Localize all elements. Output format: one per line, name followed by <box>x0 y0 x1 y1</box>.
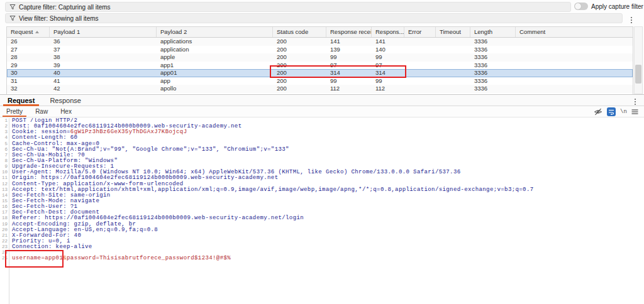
line-number: 12 <box>0 182 9 187</box>
table-row[interactable]: 3242apollo2001121123336 <box>7 85 633 93</box>
column-header-respons[interactable]: Respons... <box>372 27 404 37</box>
cell-response_received: 314 <box>326 69 372 77</box>
capture-filter-bar[interactable]: Capture filter: Capturing all items <box>5 2 571 12</box>
column-header-request[interactable]: Request <box>7 27 50 37</box>
apply-capture-filter-toggle[interactable] <box>574 3 588 10</box>
line-number: 13 <box>0 187 9 193</box>
column-header-comment[interactable]: Comment <box>516 27 633 37</box>
line-number: 6 <box>0 147 9 153</box>
table-row[interactable]: 2636applications2001411413336 <box>7 38 633 46</box>
cell-response_received: 112 <box>326 85 372 93</box>
cell-timeout <box>436 46 470 54</box>
request-line: 15Sec-Fetch-Mode: navigate <box>0 198 644 204</box>
table-vertical-scrollbar[interactable] <box>634 26 643 94</box>
line-number: 4 <box>0 135 9 141</box>
word-wrap-icon[interactable] <box>607 107 616 116</box>
cell-response_received: 99 <box>326 77 372 85</box>
request-line: 25username=app01&password=Thisisabrutfor… <box>0 256 644 261</box>
table-row[interactable]: 2838apple20099993336 <box>7 53 633 62</box>
line-number: 5 <box>0 141 9 147</box>
column-header-response-received[interactable]: Response received <box>326 27 372 37</box>
tab-request[interactable]: Request <box>0 95 42 106</box>
cell-response_completed: 99 <box>372 77 404 85</box>
cell-response_completed: 140 <box>372 46 404 54</box>
column-header-error[interactable]: Error <box>404 27 436 37</box>
cell-payload1: 36 <box>50 38 157 46</box>
cell-error <box>404 77 436 85</box>
newline-glyphs-icon[interactable]: \n <box>620 109 627 115</box>
eye-slash-icon[interactable] <box>594 108 602 116</box>
cell-response_received: 97 <box>326 62 372 70</box>
cell-response_completed: 314 <box>372 69 404 77</box>
line-number: 19 <box>0 222 9 227</box>
cell-request: 29 <box>7 62 50 70</box>
intruder-results-window: Capture filter: Capturing all items Appl… <box>0 0 644 304</box>
tab-hex-label: Hex <box>60 108 72 115</box>
capture-filter-label: Capture filter: Capturing all items <box>19 4 111 11</box>
cell-request: 26 <box>7 38 50 46</box>
cell-error <box>404 38 436 46</box>
line-number: 8 <box>0 158 9 164</box>
line-number: 7 <box>0 153 9 158</box>
line-number: 10 <box>0 170 9 175</box>
cell-payload1: 37 <box>50 46 157 54</box>
tab-hex[interactable]: Hex <box>54 106 78 117</box>
table-row[interactable]: 2737application2001391403336 <box>7 46 633 54</box>
apply-capture-filter-toggle-group: Apply capture filter <box>574 3 643 10</box>
cell-error <box>404 69 436 77</box>
view-filter-bar[interactable]: View filter: Showing all items <box>5 13 623 23</box>
hamburger-menu-icon[interactable] <box>631 109 638 115</box>
request-line: 3Cookie: session=6gW1Pz3hBz6GeX35yThDGAx… <box>0 129 644 135</box>
cell-response_completed: 112 <box>372 85 404 93</box>
tab-pretty[interactable]: Pretty <box>0 106 29 117</box>
table-row[interactable]: 2939app120097973336 <box>7 62 633 70</box>
cell-response_completed: 99 <box>372 53 404 62</box>
cell-payload1: 38 <box>50 53 157 62</box>
column-header-payload-1[interactable]: Payload 1 <box>50 27 157 37</box>
cell-status_code: 200 <box>273 85 326 93</box>
view-filter-label: View filter: Showing all items <box>19 15 99 22</box>
funnel-icon <box>9 15 16 21</box>
column-header-length[interactable]: Length <box>470 27 516 37</box>
cell-comment <box>516 62 633 70</box>
cell-timeout <box>436 77 470 85</box>
table-row[interactable]: 3141app20099993336 <box>7 77 633 85</box>
cell-timeout <box>436 85 470 93</box>
tab-request-label: Request <box>8 97 35 104</box>
cell-error <box>404 85 436 93</box>
request-line: 22Priority: u=0, i <box>0 239 644 244</box>
view-mode-tab-bar: Pretty Raw Hex <box>0 106 644 117</box>
line-number: 15 <box>0 198 9 204</box>
tab-raw-label: Raw <box>35 108 48 115</box>
line-number: 20 <box>0 227 9 233</box>
attack-results-table: RequestPayload 1Payload 2Status codeResp… <box>6 26 633 94</box>
cell-response_received: 99 <box>326 53 372 62</box>
column-header-status-code[interactable]: Status code <box>273 27 326 37</box>
request-editor-lines: 1POST /login HTTP/22Host: 0af1004604e2fe… <box>0 118 644 262</box>
cell-comment <box>516 38 633 46</box>
column-header-timeout[interactable]: Timeout <box>436 27 470 37</box>
detail-tab-bar: Request Response <box>0 94 644 106</box>
cell-request: 31 <box>7 77 50 85</box>
line-number: 23 <box>0 244 9 250</box>
tab-raw[interactable]: Raw <box>29 106 54 117</box>
cell-status_code: 200 <box>273 77 326 85</box>
cell-status_code: 200 <box>273 46 326 54</box>
column-header-payload-2[interactable]: Payload 2 <box>157 27 273 37</box>
cell-request: 27 <box>7 46 50 54</box>
request-line: 23Connection: keep-alive <box>0 244 644 250</box>
cell-timeout <box>436 69 470 77</box>
cell-payload2: application <box>157 46 273 54</box>
scrollbar-thumb[interactable] <box>635 65 641 84</box>
cell-comment <box>516 46 633 54</box>
cell-timeout <box>436 53 470 62</box>
kebab-menu-icon[interactable] <box>629 14 634 28</box>
cell-comment <box>516 77 633 85</box>
cell-payload1: 40 <box>50 69 157 77</box>
cell-error <box>404 46 436 54</box>
cell-length: 3336 <box>470 53 516 62</box>
tab-response[interactable]: Response <box>42 95 89 106</box>
request-editor[interactable]: 1POST /login HTTP/22Host: 0af1004604e2fe… <box>0 118 644 304</box>
line-number: 9 <box>0 164 9 170</box>
table-row[interactable]: 3040app012003143143336 <box>7 69 633 77</box>
